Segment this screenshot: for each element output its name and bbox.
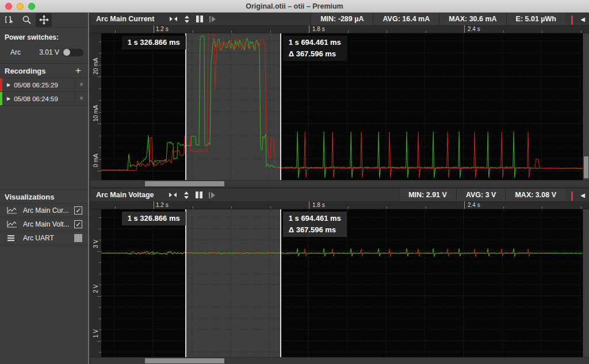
time-tick-label: 1.8 s — [312, 26, 325, 32]
toggle-knob — [63, 49, 70, 56]
time-tick-label: 1.8 s — [312, 202, 325, 208]
recording-color-indicator — [571, 191, 573, 201]
y-axis-strip: 3 V 2 V 1 V — [90, 209, 101, 357]
expand-recording-icon[interactable]: ▶ — [7, 82, 10, 87]
select-tool-button[interactable] — [1, 13, 17, 27]
delete-recording-button[interactable]: × — [74, 78, 88, 91]
cursor-2-time: 1 s 694.461 ms — [289, 37, 341, 48]
recording-label: 05/08 06:24:59 — [14, 95, 58, 102]
stat-min: MIN: 2.91 V — [399, 189, 456, 201]
time-tick-label: 2.4 s — [468, 26, 480, 32]
visualizations-section: Visualizations Arc Main Cur... ✓ Arc Mai… — [0, 190, 88, 245]
magnifier-icon — [22, 15, 32, 25]
power-switches-label: Power switches: — [0, 28, 88, 45]
step-playback-icon[interactable] — [209, 16, 216, 22]
cursor-1[interactable] — [185, 33, 186, 180]
cursor-1[interactable] — [185, 209, 186, 357]
y-tick-label: 10 mA — [93, 105, 99, 122]
cursor-2-time: 1 s 694.461 ms — [289, 213, 341, 224]
recording-color-indicator — [571, 16, 573, 25]
time-tick-label: 2.4 s — [468, 202, 480, 208]
zoom-tool-button[interactable] — [18, 13, 35, 27]
visualizations-label: Visualizations — [0, 190, 88, 204]
select-icon — [5, 15, 14, 25]
horizontal-scrollbar[interactable] — [90, 357, 589, 364]
voltage-chart-panel: Arc Main Voltage MIN: 2.91 V AVG: 3 V MA… — [90, 189, 589, 364]
zoom-window-button[interactable] — [28, 3, 35, 10]
fit-vertical-icon[interactable] — [184, 16, 190, 23]
sidebar: Power switches: Arc 3.01 V Recordings + … — [0, 13, 89, 364]
cursor-delta: Δ 367.596 ms — [289, 48, 341, 60]
y-axis-strip: 20 mA 10 mA 0 mA — [90, 33, 101, 180]
recordings-header: Recordings + — [0, 63, 88, 78]
fit-vertical-icon[interactable] — [183, 191, 189, 199]
step-playback-icon[interactable] — [209, 192, 216, 198]
stat-min: MIN: -289 µA — [311, 13, 373, 25]
viz-item-arc-main-voltage[interactable]: Arc Main Volt... ✓ — [0, 217, 88, 231]
cursor-2-time-label: 1 s 694.461 ms Δ 367.596 ms — [283, 36, 347, 61]
voltage-plot[interactable]: 1 s 326.866 ms 1 s 694.461 ms Δ 367.596 … — [101, 209, 583, 357]
y-tick-label: 1 V — [93, 329, 99, 338]
time-tick-label: 1.2 s — [156, 26, 169, 32]
current-stats: MIN: -289 µA AVG: 16.4 mA MAX: 30.6 mA E… — [311, 13, 565, 25]
current-chart-panel: Arc Main Current MIN: -289 µA AVG: 16.4 … — [90, 13, 589, 187]
close-window-button[interactable] — [5, 3, 12, 10]
viz-label: Arc UART — [23, 234, 54, 242]
vertical-scrollbar[interactable] — [583, 33, 589, 180]
viz-checkbox-checked[interactable]: ✓ — [74, 206, 82, 214]
chart-title: Arc Main Voltage — [90, 191, 154, 199]
viz-checkbox-unchecked[interactable] — [74, 234, 82, 242]
viz-label: Arc Main Volt... — [23, 220, 70, 228]
viz-item-arc-uart[interactable]: Arc UART — [0, 231, 88, 245]
y-tick-label: 0 mA — [93, 154, 99, 167]
add-recording-button[interactable]: + — [73, 65, 83, 76]
cursor-delta: Δ 367.596 ms — [289, 224, 341, 236]
arc-power-toggle[interactable] — [63, 49, 83, 56]
cursor-1-time-label: 1 s 326.866 ms — [122, 212, 186, 225]
vertical-scrollbar[interactable] — [583, 209, 589, 357]
recording-row[interactable]: ▶ 05/08 06:25:29 × — [0, 78, 88, 92]
chart-title: Arc Main Current — [90, 15, 154, 23]
current-chart-header: Arc Main Current MIN: -289 µA AVG: 16.4 … — [90, 13, 589, 26]
power-switch-arc: Arc 3.01 V — [0, 45, 88, 60]
window-zoom-icon[interactable] — [196, 191, 202, 198]
fit-horizontal-icon[interactable] — [169, 16, 178, 22]
time-axis: 1.2 s 1.8 s 2.4 s — [90, 26, 589, 33]
recording-row[interactable]: ▶ 05/08 06:24:59 × — [0, 92, 88, 106]
horizontal-scrollbar-thumb[interactable] — [145, 358, 224, 363]
recording-color-stripe — [0, 92, 2, 105]
titlebar: Original.otii – otii – Premium — [0, 0, 589, 13]
time-axis: 1.2 s 1.8 s 2.4 s — [90, 202, 589, 209]
line-chart-icon — [7, 220, 18, 228]
cursor-2[interactable] — [280, 209, 281, 357]
current-plot[interactable]: 1 s 326.866 ms 1 s 694.461 ms Δ 367.596 … — [101, 33, 583, 180]
window-title: Original.otii – otii – Premium — [0, 2, 589, 10]
stat-avg: AVG: 16.4 mA — [373, 13, 439, 25]
recording-label: 05/08 06:25:29 — [14, 82, 58, 89]
window-zoom-icon[interactable] — [196, 16, 203, 22]
expand-recording-icon[interactable]: ▶ — [7, 96, 10, 101]
time-tick-label: 1.2 s — [156, 202, 169, 208]
delete-recording-button[interactable]: × — [74, 92, 88, 105]
switch-name: Arc — [10, 48, 21, 56]
viz-checkbox-checked[interactable]: ✓ — [74, 220, 82, 228]
horizontal-scrollbar-thumb[interactable] — [145, 181, 224, 186]
vertical-scrollbar-thumb[interactable] — [584, 156, 588, 178]
move-icon — [39, 15, 49, 25]
cursor-1-time-label: 1 s 326.866 ms — [122, 36, 186, 49]
cursor-2[interactable] — [280, 33, 281, 180]
minimize-window-button[interactable] — [17, 3, 24, 10]
stat-avg: AVG: 3 V — [456, 189, 506, 201]
recording-color-stripe — [0, 78, 2, 91]
fit-horizontal-icon[interactable] — [169, 192, 177, 198]
recordings-label: Recordings — [5, 67, 46, 75]
stat-max: MAX: 30.6 mA — [439, 13, 506, 25]
viz-item-arc-main-current[interactable]: Arc Main Cur... ✓ — [0, 204, 88, 217]
y-tick-label: 2 V — [93, 284, 99, 293]
line-chart-icon — [7, 206, 18, 214]
horizontal-scrollbar[interactable] — [90, 180, 589, 187]
collapse-panel-icon[interactable]: ◀ — [577, 13, 588, 26]
voltage-stats: MIN: 2.91 V AVG: 3 V MAX: 3.08 V — [399, 189, 565, 201]
pan-tool-button[interactable] — [36, 13, 52, 27]
collapse-panel-icon[interactable]: ◀ — [577, 189, 588, 202]
